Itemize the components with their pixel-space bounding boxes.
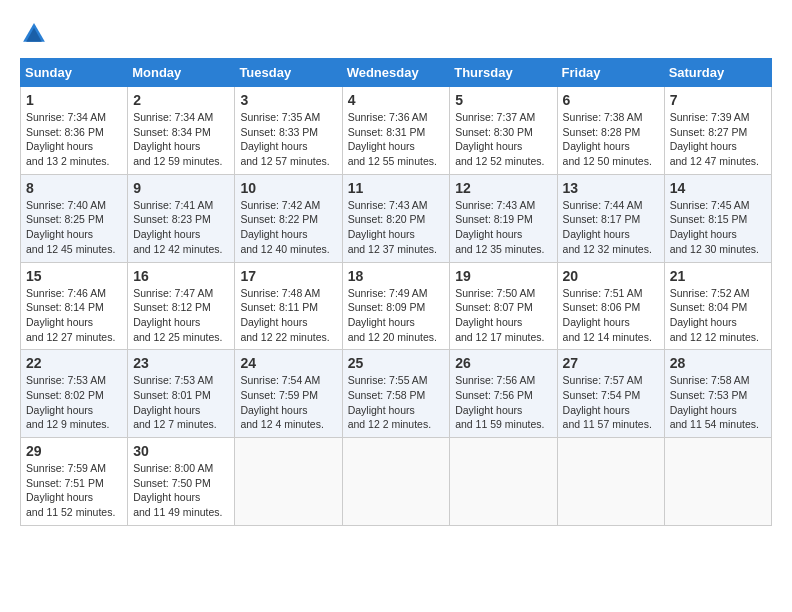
calendar-week-4: 22 Sunrise: 7:53 AMSunset: 8:02 PMDaylig… <box>21 350 772 438</box>
calendar-cell: 13 Sunrise: 7:44 AMSunset: 8:17 PMDaylig… <box>557 174 664 262</box>
calendar-cell: 28 Sunrise: 7:58 AMSunset: 7:53 PMDaylig… <box>664 350 771 438</box>
cell-info: Sunrise: 7:58 AMSunset: 7:53 PMDaylight … <box>670 374 759 430</box>
cell-info: Sunrise: 7:39 AMSunset: 8:27 PMDaylight … <box>670 111 759 167</box>
cell-info: Sunrise: 7:47 AMSunset: 8:12 PMDaylight … <box>133 287 222 343</box>
calendar-cell: 20 Sunrise: 7:51 AMSunset: 8:06 PMDaylig… <box>557 262 664 350</box>
calendar-cell: 4 Sunrise: 7:36 AMSunset: 8:31 PMDayligh… <box>342 87 450 175</box>
calendar-week-5: 29 Sunrise: 7:59 AMSunset: 7:51 PMDaylig… <box>21 438 772 526</box>
cell-info: Sunrise: 7:45 AMSunset: 8:15 PMDaylight … <box>670 199 759 255</box>
calendar-cell: 12 Sunrise: 7:43 AMSunset: 8:19 PMDaylig… <box>450 174 557 262</box>
calendar-cell: 7 Sunrise: 7:39 AMSunset: 8:27 PMDayligh… <box>664 87 771 175</box>
calendar-cell: 25 Sunrise: 7:55 AMSunset: 7:58 PMDaylig… <box>342 350 450 438</box>
day-number: 24 <box>240 355 336 371</box>
calendar-cell: 1 Sunrise: 7:34 AMSunset: 8:36 PMDayligh… <box>21 87 128 175</box>
calendar-week-1: 1 Sunrise: 7:34 AMSunset: 8:36 PMDayligh… <box>21 87 772 175</box>
day-number: 8 <box>26 180 122 196</box>
day-number: 6 <box>563 92 659 108</box>
cell-info: Sunrise: 7:49 AMSunset: 8:09 PMDaylight … <box>348 287 437 343</box>
cell-info: Sunrise: 7:48 AMSunset: 8:11 PMDaylight … <box>240 287 329 343</box>
calendar-header-saturday: Saturday <box>664 59 771 87</box>
day-number: 22 <box>26 355 122 371</box>
calendar-cell: 6 Sunrise: 7:38 AMSunset: 8:28 PMDayligh… <box>557 87 664 175</box>
day-number: 10 <box>240 180 336 196</box>
day-number: 5 <box>455 92 551 108</box>
calendar-cell: 23 Sunrise: 7:53 AMSunset: 8:01 PMDaylig… <box>128 350 235 438</box>
cell-info: Sunrise: 7:52 AMSunset: 8:04 PMDaylight … <box>670 287 759 343</box>
page-header <box>20 20 772 48</box>
day-number: 18 <box>348 268 445 284</box>
calendar-header-thursday: Thursday <box>450 59 557 87</box>
day-number: 15 <box>26 268 122 284</box>
calendar-cell: 22 Sunrise: 7:53 AMSunset: 8:02 PMDaylig… <box>21 350 128 438</box>
calendar-header-sunday: Sunday <box>21 59 128 87</box>
calendar-cell <box>664 438 771 526</box>
calendar-header-tuesday: Tuesday <box>235 59 342 87</box>
calendar-cell: 9 Sunrise: 7:41 AMSunset: 8:23 PMDayligh… <box>128 174 235 262</box>
calendar-header-monday: Monday <box>128 59 235 87</box>
cell-info: Sunrise: 7:53 AMSunset: 8:01 PMDaylight … <box>133 374 216 430</box>
day-number: 23 <box>133 355 229 371</box>
day-number: 4 <box>348 92 445 108</box>
calendar-cell: 21 Sunrise: 7:52 AMSunset: 8:04 PMDaylig… <box>664 262 771 350</box>
cell-info: Sunrise: 7:34 AMSunset: 8:36 PMDaylight … <box>26 111 109 167</box>
calendar-cell: 29 Sunrise: 7:59 AMSunset: 7:51 PMDaylig… <box>21 438 128 526</box>
calendar-cell <box>557 438 664 526</box>
day-number: 16 <box>133 268 229 284</box>
day-number: 13 <box>563 180 659 196</box>
cell-info: Sunrise: 7:40 AMSunset: 8:25 PMDaylight … <box>26 199 115 255</box>
cell-info: Sunrise: 7:50 AMSunset: 8:07 PMDaylight … <box>455 287 544 343</box>
calendar-cell: 17 Sunrise: 7:48 AMSunset: 8:11 PMDaylig… <box>235 262 342 350</box>
day-number: 1 <box>26 92 122 108</box>
cell-info: Sunrise: 7:38 AMSunset: 8:28 PMDaylight … <box>563 111 652 167</box>
cell-info: Sunrise: 7:57 AMSunset: 7:54 PMDaylight … <box>563 374 652 430</box>
cell-info: Sunrise: 7:51 AMSunset: 8:06 PMDaylight … <box>563 287 652 343</box>
cell-info: Sunrise: 7:59 AMSunset: 7:51 PMDaylight … <box>26 462 115 518</box>
day-number: 7 <box>670 92 766 108</box>
day-number: 14 <box>670 180 766 196</box>
cell-info: Sunrise: 8:00 AMSunset: 7:50 PMDaylight … <box>133 462 222 518</box>
calendar-cell: 2 Sunrise: 7:34 AMSunset: 8:34 PMDayligh… <box>128 87 235 175</box>
cell-info: Sunrise: 7:36 AMSunset: 8:31 PMDaylight … <box>348 111 437 167</box>
calendar-cell: 19 Sunrise: 7:50 AMSunset: 8:07 PMDaylig… <box>450 262 557 350</box>
day-number: 27 <box>563 355 659 371</box>
day-number: 9 <box>133 180 229 196</box>
calendar-cell: 10 Sunrise: 7:42 AMSunset: 8:22 PMDaylig… <box>235 174 342 262</box>
logo <box>20 20 52 48</box>
calendar-header-friday: Friday <box>557 59 664 87</box>
day-number: 29 <box>26 443 122 459</box>
cell-info: Sunrise: 7:44 AMSunset: 8:17 PMDaylight … <box>563 199 652 255</box>
cell-info: Sunrise: 7:43 AMSunset: 8:20 PMDaylight … <box>348 199 437 255</box>
cell-info: Sunrise: 7:55 AMSunset: 7:58 PMDaylight … <box>348 374 431 430</box>
calendar-cell: 14 Sunrise: 7:45 AMSunset: 8:15 PMDaylig… <box>664 174 771 262</box>
calendar-table: SundayMondayTuesdayWednesdayThursdayFrid… <box>20 58 772 526</box>
cell-info: Sunrise: 7:42 AMSunset: 8:22 PMDaylight … <box>240 199 329 255</box>
calendar-week-3: 15 Sunrise: 7:46 AMSunset: 8:14 PMDaylig… <box>21 262 772 350</box>
calendar-cell: 8 Sunrise: 7:40 AMSunset: 8:25 PMDayligh… <box>21 174 128 262</box>
day-number: 3 <box>240 92 336 108</box>
day-number: 11 <box>348 180 445 196</box>
cell-info: Sunrise: 7:53 AMSunset: 8:02 PMDaylight … <box>26 374 109 430</box>
cell-info: Sunrise: 7:35 AMSunset: 8:33 PMDaylight … <box>240 111 329 167</box>
cell-info: Sunrise: 7:54 AMSunset: 7:59 PMDaylight … <box>240 374 323 430</box>
calendar-cell: 16 Sunrise: 7:47 AMSunset: 8:12 PMDaylig… <box>128 262 235 350</box>
day-number: 30 <box>133 443 229 459</box>
day-number: 12 <box>455 180 551 196</box>
calendar-cell <box>342 438 450 526</box>
calendar-cell <box>235 438 342 526</box>
calendar-cell: 11 Sunrise: 7:43 AMSunset: 8:20 PMDaylig… <box>342 174 450 262</box>
day-number: 2 <box>133 92 229 108</box>
cell-info: Sunrise: 7:43 AMSunset: 8:19 PMDaylight … <box>455 199 544 255</box>
day-number: 26 <box>455 355 551 371</box>
cell-info: Sunrise: 7:56 AMSunset: 7:56 PMDaylight … <box>455 374 544 430</box>
day-number: 28 <box>670 355 766 371</box>
cell-info: Sunrise: 7:46 AMSunset: 8:14 PMDaylight … <box>26 287 115 343</box>
cell-info: Sunrise: 7:34 AMSunset: 8:34 PMDaylight … <box>133 111 222 167</box>
calendar-cell: 24 Sunrise: 7:54 AMSunset: 7:59 PMDaylig… <box>235 350 342 438</box>
day-number: 21 <box>670 268 766 284</box>
calendar-header-wednesday: Wednesday <box>342 59 450 87</box>
calendar-header-row: SundayMondayTuesdayWednesdayThursdayFrid… <box>21 59 772 87</box>
day-number: 20 <box>563 268 659 284</box>
calendar-cell: 30 Sunrise: 8:00 AMSunset: 7:50 PMDaylig… <box>128 438 235 526</box>
cell-info: Sunrise: 7:37 AMSunset: 8:30 PMDaylight … <box>455 111 544 167</box>
calendar-cell: 15 Sunrise: 7:46 AMSunset: 8:14 PMDaylig… <box>21 262 128 350</box>
